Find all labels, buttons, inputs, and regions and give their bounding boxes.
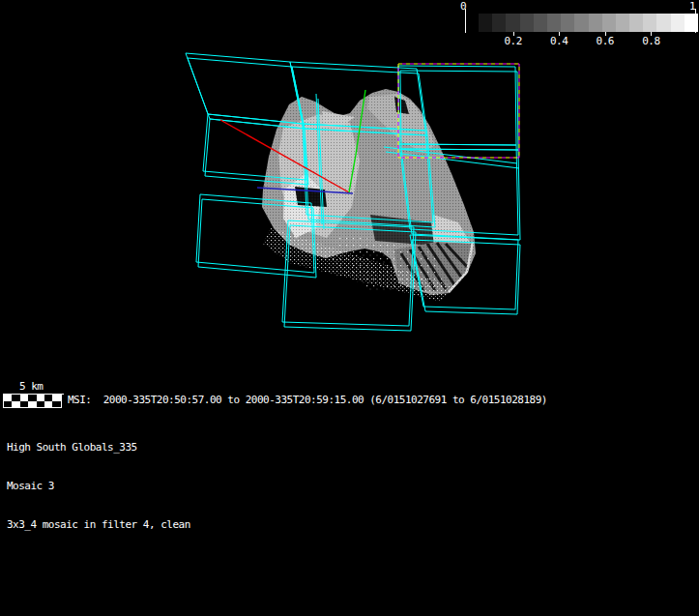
scale-bar-row	[4, 401, 61, 408]
colorbar-step	[616, 14, 629, 32]
scale-bar-cell	[4, 401, 12, 408]
colorbar-tick-label: 0.8	[642, 35, 659, 47]
scale-bar-cell	[37, 401, 44, 408]
scale-bar-cell	[12, 401, 19, 408]
colorbar-min-tickline	[465, 9, 466, 33]
colorbar-step	[479, 14, 492, 32]
colorbar-step	[547, 14, 561, 32]
colorbar-step	[602, 14, 616, 32]
scene-canvas	[0, 0, 699, 455]
colorbar-step	[574, 14, 588, 32]
colorbar-step	[534, 14, 547, 32]
colorbar-step	[589, 14, 602, 32]
info-line-mosaic: Mosaic 3	[7, 480, 190, 493]
info-line-description: 3x3_4 mosaic in filter 4, clean	[7, 518, 190, 532]
scale-bar-cell	[28, 401, 36, 408]
colorbar-step	[671, 14, 684, 32]
scale-bar-cell	[52, 401, 60, 408]
colorbar-step	[684, 14, 698, 32]
scale-bar-cell	[44, 401, 52, 408]
colorbar-step	[656, 14, 670, 32]
colorbar-step	[561, 14, 574, 32]
info-block: High South Globals_335 Mosaic 3 3x3_4 mo…	[7, 416, 190, 557]
mosaic-display-window: 0 1 0.20.40.60.8 5 km MSI: 2000-335T20:5…	[0, 0, 699, 616]
scale-bar-cell	[20, 401, 28, 408]
colorbar-step	[506, 14, 519, 32]
colorbar-tick-label: 0.4	[550, 35, 568, 47]
scale-bar-checker	[3, 394, 62, 408]
scale-bar-label: 5 km	[16, 380, 64, 395]
colorbar-tick-label: 0.2	[504, 35, 521, 47]
colorbar-gradient	[479, 14, 698, 32]
asteroid-render	[262, 89, 476, 302]
colorbar-step	[520, 14, 534, 32]
colorbar-step	[629, 14, 643, 32]
colorbar-step	[492, 14, 506, 32]
colorbar-tick-label: 0.6	[597, 35, 614, 47]
colorbar-step	[643, 14, 656, 32]
status-line: MSI: 2000-335T20:50:57.00 to 2000-335T20…	[68, 394, 547, 406]
info-line-sequence: High South Globals_335	[7, 441, 190, 455]
